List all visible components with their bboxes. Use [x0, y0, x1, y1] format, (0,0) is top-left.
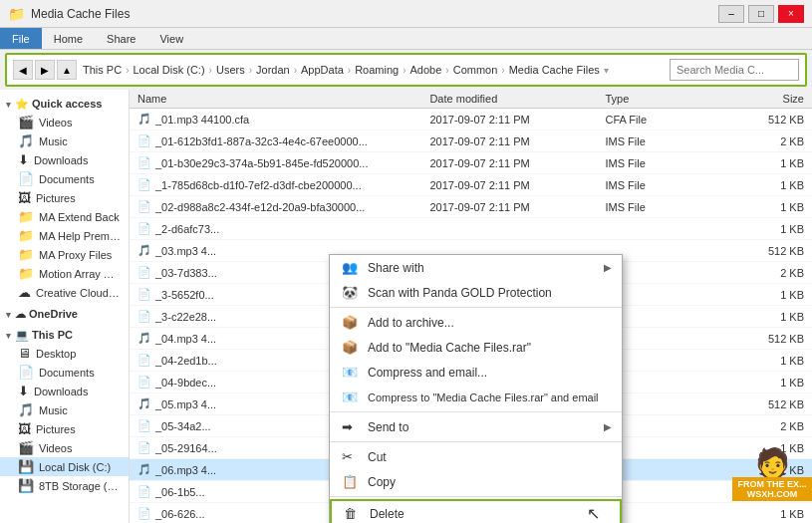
path-segment: Local Disk (C:): [133, 64, 204, 76]
search-input[interactable]: [670, 59, 799, 81]
chevron-icon: ▾: [6, 310, 11, 320]
back-button[interactable]: ◀: [13, 60, 33, 80]
path-dropdown-arrow[interactable]: ▾: [604, 65, 609, 76]
sidebar-item-ma-help[interactable]: 📁 MA Help Premi...: [0, 226, 129, 245]
path-separator: ›: [294, 65, 297, 76]
file-name-label: _01.mp3 44100.cfa: [155, 114, 249, 126]
sidebar-item-desktop[interactable]: 🖥 Desktop: [0, 344, 129, 363]
chevron-icon: ▾: [6, 331, 11, 341]
address-path[interactable]: This PC › Local Disk (C:) › Users › Jord…: [83, 64, 670, 76]
quick-access-header[interactable]: ▾ ⭐ Quick access: [0, 96, 129, 113]
maximize-button[interactable]: □: [748, 5, 774, 23]
ctx-panda-scan[interactable]: 🐼 Scan with Panda GOLD Protection: [330, 280, 622, 305]
path-segment: This PC: [83, 64, 122, 76]
folder-icon: 📁: [18, 266, 34, 281]
sidebar-item-local-disk[interactable]: 💾 Local Disk (C:): [0, 457, 129, 476]
downloads-icon: ⬇: [18, 152, 29, 167]
file-date: 2017-09-07 2:11 PM: [429, 179, 605, 191]
sidebar-item-music[interactable]: 🎵 Music: [0, 131, 129, 150]
ctx-compress-rar-email[interactable]: 📧 Compress to "Media Cache Files.rar" an…: [330, 385, 622, 409]
sidebar-item-documents[interactable]: 📄 Documents: [0, 169, 129, 188]
file-name-label: _1-785d68cb-d1f0-7ef2-d3df-cbe200000...: [155, 179, 362, 191]
ctx-separator: [330, 441, 622, 442]
ctx-compress-email[interactable]: 📧 Compress and email...: [330, 360, 622, 385]
table-row[interactable]: 📄 _01-b30e29c3-374a-5b91-845e-fd520000..…: [130, 152, 812, 174]
sidebar-item-downloads[interactable]: ⬇ Downloads: [0, 150, 129, 169]
panda-icon: 🐼: [342, 285, 362, 300]
tab-file[interactable]: File: [0, 28, 42, 49]
ctx-share-with[interactable]: 👥 Share with ▶: [330, 255, 622, 280]
ctx-label: Send to: [368, 420, 408, 434]
ctx-send-to[interactable]: ➡ Send to ▶: [330, 414, 622, 439]
sidebar-item-videos2[interactable]: 🎬 Videos: [0, 438, 129, 457]
table-row[interactable]: 📄 _2-d6afc73... 1 KB: [130, 218, 812, 240]
file-icon: 🎵: [137, 463, 151, 476]
onedrive-header[interactable]: ▾ ☁ OneDrive: [0, 306, 129, 323]
path-segment: Users: [216, 64, 245, 76]
folder-icon: 📁: [18, 209, 34, 224]
tab-home[interactable]: Home: [42, 28, 95, 49]
forward-button[interactable]: ▶: [35, 60, 55, 80]
onedrive-label: ☁ OneDrive: [15, 308, 78, 321]
sidebar-item-storage[interactable]: 💾 8TB Storage (D:): [0, 476, 129, 495]
ctx-copy[interactable]: 📋 Copy: [330, 469, 622, 494]
sidebar-item-ma-extend[interactable]: 📁 MA Extend Back: [0, 207, 129, 226]
file-icon: 🎵: [137, 332, 151, 345]
sidebar-item-videos[interactable]: 🎬 Videos: [0, 113, 129, 131]
sidebar-item-ma-proxy[interactable]: 📁 MA Proxy Files: [0, 245, 129, 264]
ctx-delete[interactable]: 🗑 Delete ↖: [330, 499, 622, 523]
mascot-icon: 🧑: [755, 449, 790, 477]
ctx-cut[interactable]: ✂ Cut: [330, 444, 622, 469]
ctx-label: Compress and email...: [368, 366, 487, 380]
file-name-label: _01-b30e29c3-374a-5b91-845e-fd520000...: [155, 157, 368, 169]
sidebar-item-music2[interactable]: 🎵 Music: [0, 400, 129, 419]
sidebar-item-pictures[interactable]: 🖼 Pictures: [0, 188, 129, 207]
file-icon: 📄: [137, 134, 151, 147]
sidebar-item-creative-cloud[interactable]: ☁ Creative Cloud Fi...: [0, 283, 129, 302]
sidebar-item-label: Creative Cloud Fi...: [36, 287, 121, 299]
ctx-label: Scan with Panda GOLD Protection: [368, 286, 552, 300]
sidebar-item-documents2[interactable]: 📄 Documents: [0, 363, 129, 382]
pictures-icon: 🖼: [18, 190, 31, 205]
sidebar-item-motion-array[interactable]: 📁 Motion Array Th...: [0, 264, 129, 283]
path-segment: Common: [453, 64, 498, 76]
music-icon: 🎵: [18, 402, 34, 417]
tab-share[interactable]: Share: [95, 28, 147, 49]
file-date: 2017-09-07 2:11 PM: [429, 114, 605, 126]
sidebar-item-label: MA Proxy Files: [39, 249, 112, 261]
file-size: 1 KB: [722, 377, 804, 389]
col-type-header[interactable]: Type: [605, 93, 721, 105]
tab-view[interactable]: View: [147, 28, 195, 49]
close-button[interactable]: ×: [778, 5, 804, 23]
sidebar-item-downloads2[interactable]: ⬇ Downloads: [0, 382, 129, 400]
minimize-button[interactable]: –: [718, 5, 744, 23]
file-icon: 📄: [137, 485, 151, 498]
this-pc-header[interactable]: ▾ 💻 This PC: [0, 327, 129, 344]
file-name-label: _05-29164...: [155, 442, 217, 454]
file-icon: 🎵: [137, 244, 151, 257]
path-separator: ›: [445, 65, 448, 76]
ctx-separator: [330, 307, 622, 308]
file-size: 512 KB: [722, 333, 804, 345]
up-button[interactable]: ▲: [57, 60, 77, 80]
col-name-header[interactable]: Name: [137, 93, 429, 105]
table-row[interactable]: 🎵 _01.mp3 44100.cfa 2017-09-07 2:11 PM C…: [130, 109, 812, 131]
file-date: 2017-09-07 2:11 PM: [429, 201, 605, 213]
sidebar-item-label: Downloads: [34, 386, 88, 397]
context-menu: 👥 Share with ▶ 🐼 Scan with Panda GOLD Pr…: [329, 254, 623, 523]
col-size-header[interactable]: Size: [722, 93, 804, 105]
file-list: Name Date modified Type Size 🎵 _01.mp3 4…: [130, 90, 812, 523]
table-row[interactable]: 📄 _1-785d68cb-d1f0-7ef2-d3df-cbe200000..…: [130, 174, 812, 196]
ctx-add-archive[interactable]: 📦 Add to archive...: [330, 310, 622, 335]
file-size: 2 KB: [722, 135, 804, 147]
file-size: 1 KB: [722, 508, 804, 520]
sidebar: ▾ ⭐ Quick access 🎬 Videos 🎵 Music ⬇ Down…: [0, 90, 130, 523]
sidebar-item-pictures2[interactable]: 🖼 Pictures: [0, 419, 129, 438]
path-separator: ›: [126, 65, 129, 76]
ctx-add-rar[interactable]: 📦 Add to "Media Cache Files.rar": [330, 335, 622, 360]
table-row[interactable]: 📄 _01-612b3fd1-887a-32c3-4e4c-67ee0000..…: [130, 131, 812, 152]
col-date-header[interactable]: Date modified: [429, 93, 605, 105]
table-row[interactable]: 📄 _02-d988a8c2-434f-e12d-20a9-bfa30000..…: [130, 196, 812, 218]
path-separator: ›: [501, 65, 504, 76]
disk-icon: 💾: [18, 478, 34, 493]
